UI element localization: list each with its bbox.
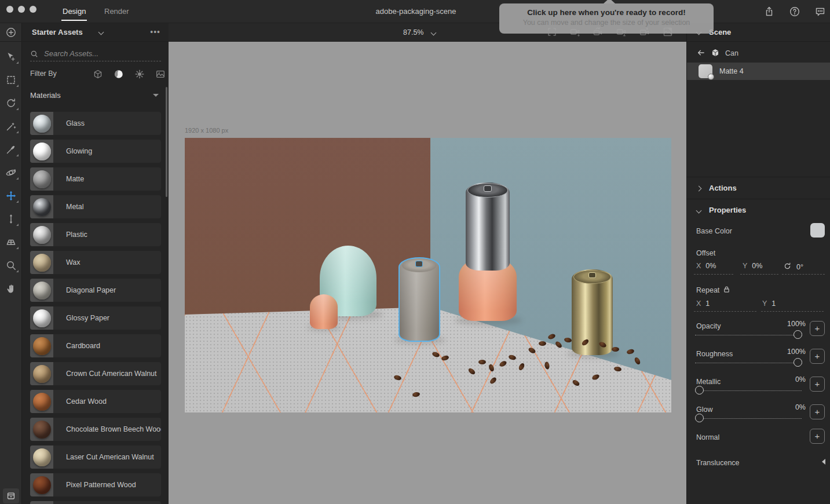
small-peach-cylinder-object[interactable] (310, 294, 338, 329)
material-item[interactable]: Wax (30, 251, 161, 274)
silver-can-object[interactable] (466, 182, 510, 271)
repeat-label: Repeat (696, 286, 719, 294)
material-item[interactable]: Plastic (30, 223, 161, 246)
metallic-value[interactable]: 0% (771, 375, 806, 384)
tab-design[interactable]: Design (63, 0, 86, 23)
tool-sidebar (0, 23, 22, 504)
slider-knob[interactable] (695, 414, 704, 422)
orbit-camera-tool[interactable] (0, 161, 22, 184)
material-item[interactable]: Matte (30, 167, 161, 191)
selected-material-row[interactable]: Matte 4 (687, 63, 830, 80)
search-input[interactable] (43, 49, 161, 59)
properties-section-header[interactable]: Properties (687, 202, 830, 219)
tab-render[interactable]: Render (104, 0, 129, 23)
move-camera-tool[interactable] (0, 184, 22, 207)
library-tool[interactable] (3, 488, 19, 503)
opacity-add-map-button[interactable]: + (810, 321, 825, 336)
material-name: Cedar Wood (66, 397, 107, 406)
base-color-label: Base Color (696, 227, 732, 235)
share-icon[interactable] (763, 5, 776, 18)
materials-filter-icon[interactable] (112, 68, 125, 81)
repeat-x-field[interactable]: X 1 (696, 300, 710, 308)
lock-icon[interactable] (723, 286, 730, 295)
slider-knob[interactable] (695, 386, 704, 395)
slider-knob[interactable] (794, 358, 802, 367)
slider-knob[interactable] (794, 330, 802, 339)
material-item[interactable]: Diagonal Paper (30, 279, 161, 302)
offset-y-value[interactable]: 0% (752, 262, 762, 270)
assets-scrollbar[interactable] (166, 87, 167, 197)
assets-panel-title[interactable]: Starter Assets (32, 23, 83, 42)
repeat-y-field[interactable]: Y 1 (762, 300, 776, 308)
marquee-tool[interactable] (0, 68, 22, 92)
flyout-indicator-icon (16, 131, 19, 133)
material-item[interactable]: Cardboard (30, 334, 161, 357)
material-item[interactable]: Chocolate Brown Beech Wood (30, 418, 161, 441)
metallic-slider[interactable] (695, 390, 802, 391)
scene-3d-view[interactable] (185, 138, 671, 412)
offset-y-field[interactable]: Y 0% (743, 262, 762, 270)
material-item[interactable]: Glass (30, 112, 161, 135)
glow-slider[interactable] (695, 418, 802, 419)
zoom-control[interactable]: 87.5% (403, 23, 436, 42)
coffee-bean-object[interactable] (612, 347, 619, 352)
glow-value[interactable]: 0% (771, 403, 806, 411)
material-item[interactable]: Metal (30, 195, 161, 218)
roughness-add-map-button[interactable]: + (810, 349, 825, 364)
material-item[interactable]: Cedar Wood (30, 390, 161, 413)
repeat-y-value[interactable]: 1 (772, 300, 776, 308)
metallic-add-map-button[interactable]: + (810, 377, 825, 392)
glow-add-map-button[interactable]: + (810, 404, 825, 419)
gold-can-object[interactable] (572, 269, 613, 355)
offset-rotation-value[interactable]: 0° (796, 263, 803, 271)
models-filter-icon[interactable] (92, 68, 104, 81)
feedback-icon[interactable] (814, 5, 827, 18)
material-name: Laser Cut American Walnut (66, 453, 154, 461)
rotate-icon[interactable] (783, 262, 792, 272)
opacity-value[interactable]: 100% (771, 320, 806, 328)
opacity-slider[interactable] (695, 335, 802, 335)
window-maximize-button[interactable] (30, 6, 36, 13)
horizon-tool[interactable] (0, 231, 22, 254)
rotate-tool[interactable] (0, 92, 22, 115)
coffee-bean-object[interactable] (478, 360, 486, 364)
lights-filter-icon[interactable] (133, 68, 146, 81)
material-item[interactable]: Glossy Paper (30, 306, 161, 330)
window-close-button[interactable] (6, 6, 13, 13)
search-field[interactable] (30, 46, 161, 61)
viewport-canvas[interactable]: 1920 x 1080 px (169, 42, 686, 504)
tooltip-subtitle: You can move and change the size of your… (499, 19, 714, 27)
help-icon[interactable] (788, 5, 801, 18)
pan-tool[interactable] (0, 277, 22, 300)
dolly-camera-tool[interactable] (0, 207, 22, 231)
roughness-slider[interactable] (695, 363, 802, 363)
repeat-x-value[interactable]: 1 (705, 300, 710, 308)
materials-section-header[interactable]: Materials (30, 90, 161, 103)
material-item[interactable]: Laser Cut American Walnut (30, 445, 161, 469)
sampler-tool[interactable] (0, 138, 22, 161)
roughness-value[interactable]: 100% (771, 348, 806, 356)
window-minimize-button[interactable] (18, 6, 25, 13)
offset-rotation-field[interactable]: 0° (783, 261, 803, 271)
gray-can-object-selected[interactable] (398, 257, 440, 342)
select-move-tool[interactable] (0, 45, 22, 68)
coffee-bean-object[interactable] (539, 341, 546, 346)
offset-x-value[interactable]: 0% (705, 262, 716, 270)
normal-add-map-button[interactable]: + (810, 429, 825, 444)
material-item[interactable]: Glowing (30, 140, 161, 163)
add-tool[interactable] (0, 23, 22, 42)
breadcrumb-item[interactable]: Can (725, 49, 738, 57)
cube-icon (711, 48, 720, 59)
back-arrow-icon[interactable] (696, 48, 705, 59)
material-item[interactable]: Pixel Patterned Wood (30, 473, 161, 496)
material-item[interactable]: Crown Cut American Walnut (30, 362, 161, 385)
offset-x-field[interactable]: X 0% (696, 262, 716, 270)
material-item-partial[interactable] (30, 501, 161, 504)
images-filter-icon[interactable] (154, 68, 167, 81)
base-color-swatch[interactable] (810, 223, 825, 238)
zoom-tool[interactable] (0, 254, 22, 277)
more-options-button[interactable]: ••• (150, 23, 160, 42)
magic-wand-tool[interactable] (0, 115, 22, 138)
actions-section-header[interactable]: Actions (687, 180, 830, 197)
translucence-collapse-icon[interactable] (822, 459, 825, 465)
